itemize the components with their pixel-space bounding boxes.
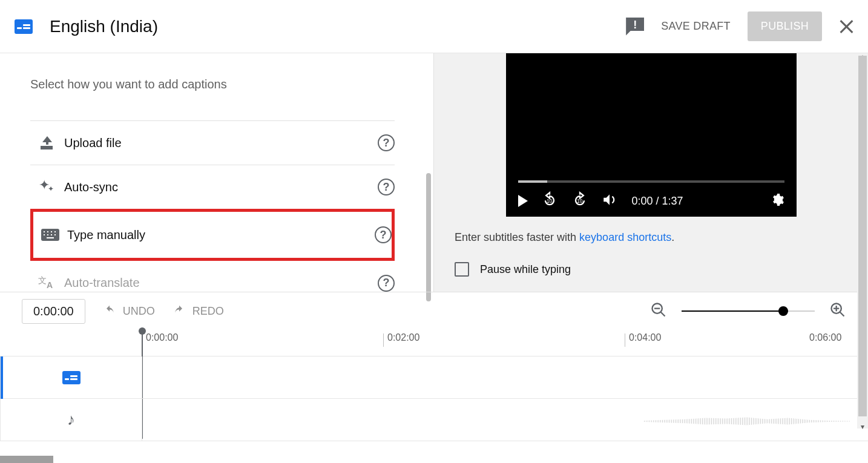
video-controls: 10 10 0:00 / 1:37: [506, 185, 797, 217]
timeline-tick: 0:02:00: [383, 333, 384, 347]
preview-pane: 10 10 0:00 / 1:37 Enter subtitles faster…: [433, 53, 868, 292]
undo-button[interactable]: UNDO: [102, 305, 155, 318]
timeline-ruler[interactable]: 0:00:00 0:02:00 0:04:00 0:06:00: [0, 330, 868, 356]
option-upload-file[interactable]: Upload file ?: [30, 120, 395, 165]
video-player[interactable]: 10 10 0:00 / 1:37: [506, 53, 797, 217]
redo-label: REDO: [192, 305, 224, 318]
upload-icon: [30, 136, 64, 149]
main: Select how you want to add captions Uplo…: [0, 53, 868, 292]
header-left: English (India): [15, 17, 158, 36]
video-progress-track[interactable]: [518, 180, 784, 183]
option-type-manually[interactable]: Type manually ?: [30, 209, 395, 261]
header-actions: ! SAVE DRAFT PUBLISH: [626, 11, 853, 41]
keyboard-icon: [33, 229, 67, 241]
horizontal-scrollbar[interactable]: [0, 456, 53, 463]
caption-option-list: Upload file ? Auto-sync ? Type manually …: [30, 120, 395, 305]
language-title: English (India): [50, 17, 158, 36]
pause-while-typing-checkbox[interactable]: [455, 262, 469, 277]
video-progress-loaded: [518, 180, 547, 183]
close-icon[interactable]: [839, 19, 853, 34]
caption-method-pane: Select how you want to add captions Uplo…: [0, 53, 433, 292]
subtitle-tip: Enter subtitles faster with keyboard sho…: [434, 217, 868, 251]
timeline-zoom: [650, 301, 846, 321]
music-note-icon: ♪: [67, 410, 75, 429]
timeline-section: 0:00:00 UNDO REDO 0:00:00 0:02:00 0:04:0…: [0, 292, 868, 463]
zoom-in-icon[interactable]: [829, 301, 846, 321]
scroll-down-arrow[interactable]: ▾: [859, 422, 866, 430]
help-icon[interactable]: ?: [378, 134, 395, 151]
redo-button[interactable]: REDO: [172, 305, 224, 318]
zoom-out-icon[interactable]: [650, 301, 667, 321]
video-time: 0:00 / 1:37: [632, 195, 683, 208]
captions-icon: [15, 19, 33, 34]
captions-icon: [62, 371, 81, 384]
caption-prompt: Select how you want to add captions: [30, 77, 409, 91]
left-scrollbar[interactable]: [426, 173, 431, 301]
publish-button[interactable]: PUBLISH: [748, 11, 822, 41]
option-label: Type manually: [67, 228, 145, 242]
svg-line-8: [840, 312, 844, 317]
sparkle-icon: [30, 180, 64, 194]
timeline-tracks: ♪: [0, 356, 868, 441]
tip-prefix: Enter subtitles faster with: [455, 231, 579, 243]
help-icon[interactable]: ?: [375, 226, 392, 243]
save-draft-button[interactable]: SAVE DRAFT: [661, 20, 731, 33]
settings-icon[interactable]: [770, 192, 784, 209]
page-scrollbar[interactable]: ▴ ▾: [857, 53, 868, 429]
play-icon[interactable]: [518, 195, 528, 207]
timeline-toolbar: 0:00:00 UNDO REDO: [0, 292, 868, 330]
option-label: Auto-translate: [64, 276, 140, 290]
pause-while-typing-row: Pause while typing: [434, 251, 868, 287]
volume-icon[interactable]: [602, 192, 617, 210]
option-auto-sync[interactable]: Auto-sync ?: [30, 165, 395, 209]
pause-while-typing-label: Pause while typing: [480, 263, 571, 276]
scrollbar-thumb[interactable]: [858, 56, 867, 416]
forward-10-icon[interactable]: 10: [571, 191, 588, 211]
option-label: Upload file: [64, 136, 122, 150]
feedback-icon[interactable]: !: [626, 18, 644, 36]
timeline-tick: 0:04:00: [625, 333, 625, 347]
svg-text:10: 10: [577, 199, 583, 204]
keyboard-shortcuts-link[interactable]: keyboard shortcuts: [579, 231, 671, 243]
help-icon[interactable]: ?: [378, 275, 395, 292]
help-icon[interactable]: ?: [378, 179, 395, 195]
audio-track-head[interactable]: ♪: [1, 399, 142, 441]
option-label: Auto-sync: [64, 180, 118, 194]
svg-text:10: 10: [547, 199, 553, 204]
undo-label: UNDO: [123, 305, 155, 318]
caption-track-row[interactable]: [1, 356, 868, 399]
caption-track-head[interactable]: [1, 356, 142, 398]
header: English (India) ! SAVE DRAFT PUBLISH: [0, 0, 868, 53]
zoom-slider[interactable]: [682, 310, 815, 312]
svg-line-4: [661, 312, 665, 317]
tip-suffix: .: [671, 231, 674, 243]
timeline-current-time[interactable]: 0:00:00: [22, 299, 85, 324]
translate-icon: [30, 277, 64, 290]
replay-10-icon[interactable]: 10: [541, 191, 558, 211]
